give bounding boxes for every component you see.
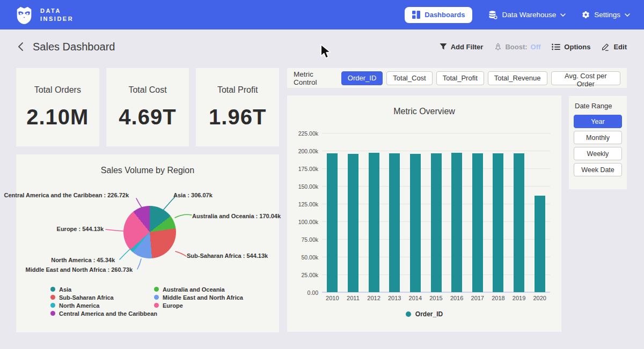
metric-control-bar: Metric Control Order_ID Total_Cost Total… xyxy=(287,68,627,88)
x-tick-label: 2019 xyxy=(509,295,530,301)
date-button-year[interactable]: Year xyxy=(574,115,622,128)
nav-right: Dashboards Data Warehouse xyxy=(405,7,630,23)
bar-2012[interactable] xyxy=(369,153,379,292)
bar-2013[interactable] xyxy=(389,153,400,292)
legend-dot xyxy=(50,287,55,292)
boost-toggle[interactable]: Boost: Off xyxy=(494,43,540,51)
pie-legend-item[interactable]: Sub-Saharan Africa xyxy=(50,293,157,301)
y-tick-label: 225.00k xyxy=(298,130,318,137)
rocket-icon xyxy=(494,43,502,51)
edit-label: Edit xyxy=(613,43,627,51)
legend-dot xyxy=(50,311,55,316)
settings-menu[interactable]: Settings xyxy=(582,11,630,19)
x-tick-label: 2017 xyxy=(467,295,488,301)
pie-legend-item[interactable]: Central America and the Caribbean xyxy=(50,309,157,317)
bar-legend-dot xyxy=(406,311,411,317)
kpi-label: Total Cost xyxy=(128,85,166,95)
options-button[interactable]: Options xyxy=(552,43,590,51)
legend-label: Central America and the Caribbean xyxy=(59,310,157,317)
metric-button-order-id[interactable]: Order_ID xyxy=(341,71,383,85)
y-tick-label: 0.00 xyxy=(308,289,318,296)
gear-icon xyxy=(582,11,590,19)
dashboards-label: Dashboards xyxy=(425,11,465,19)
date-button-weekly[interactable]: Weekly xyxy=(574,147,622,160)
metric-button-total-profit[interactable]: Total_Profit xyxy=(436,71,484,85)
pie-chart-panel: Sales Volume by Region Asia : 306.07k Au… xyxy=(16,154,279,332)
bar-yticks: 225.00k200.00k175.00k150.00k125.00k100.0… xyxy=(287,133,318,292)
kpi-label: Total Profit xyxy=(217,85,258,95)
add-filter-label: Add Filter xyxy=(451,43,484,51)
x-tick-label: 2018 xyxy=(488,295,509,301)
x-tick-label: 2012 xyxy=(363,295,384,301)
boost-label: Boost: xyxy=(505,43,527,51)
bar-2018[interactable] xyxy=(493,153,503,292)
bar-2014[interactable] xyxy=(410,154,421,292)
legend-label: Australia and Oceania xyxy=(163,286,225,293)
pie-label-europe: Europe : 544.13k xyxy=(57,226,104,232)
metric-button-total-revenue[interactable]: Total_Revenue xyxy=(488,71,547,85)
edit-pencil-icon xyxy=(602,43,610,51)
legend-label: Europe xyxy=(163,302,183,309)
options-list-icon xyxy=(552,43,560,50)
pie-label-sub-saharan-africa: Sub-Saharan Africa : 544.13k xyxy=(187,253,268,259)
pie-legend-item[interactable]: Australia and Oceania xyxy=(154,285,243,293)
legend-label: Asia xyxy=(59,286,71,293)
y-tick-label: 50.00k xyxy=(301,254,318,261)
pie-legend-item[interactable]: Europe xyxy=(154,301,243,309)
bar-2015[interactable] xyxy=(431,153,442,292)
page: DATA INSIDER Dashboards D xyxy=(0,0,644,349)
date-button-monthly[interactable]: Monthly xyxy=(574,131,622,144)
bar-2020[interactable] xyxy=(535,196,545,292)
pie[interactable] xyxy=(123,206,176,258)
bar-chart-title: Metric Overview xyxy=(287,107,561,116)
date-range-panel: Date Range Year Monthly Weekly Week Date xyxy=(569,96,627,189)
bar-2011[interactable] xyxy=(348,154,358,292)
legend-dot xyxy=(154,303,159,308)
brand: DATA INSIDER xyxy=(14,5,74,25)
bar-2010[interactable] xyxy=(327,153,338,292)
bar-bars xyxy=(322,133,550,292)
pie-legend-item[interactable]: Asia xyxy=(50,285,157,293)
legend-dot xyxy=(154,287,159,292)
metric-button-total-cost[interactable]: Total_Cost xyxy=(386,71,432,85)
add-filter-button[interactable]: Add Filter xyxy=(440,43,484,51)
page-title: Sales Dashboard xyxy=(33,41,115,53)
bar-2017[interactable] xyxy=(472,153,483,292)
database-icon xyxy=(488,11,497,19)
x-tick-label: 2010 xyxy=(322,295,343,301)
metric-button-avg-cost-per-order[interactable]: Avg. Cost per Order xyxy=(551,71,621,85)
metric-control-label: Metric Control xyxy=(294,70,335,86)
dashboards-button[interactable]: Dashboards xyxy=(405,7,472,23)
y-tick-label: 175.00k xyxy=(298,166,318,172)
legend-label: Middle East and North Africa xyxy=(163,294,243,301)
pie-legend-col-2: Australia and OceaniaMiddle East and Nor… xyxy=(154,285,243,309)
pie-connector-3 xyxy=(137,259,141,269)
x-tick-label: 2016 xyxy=(447,295,467,301)
bar-2019[interactable] xyxy=(514,153,524,292)
dashboards-grid-icon xyxy=(412,11,420,19)
pie-label-central-america-and-the-caribbean: Central America and the Caribbean : 226.… xyxy=(4,192,129,198)
kpi-value: 4.69T xyxy=(119,105,176,129)
kpi-card-total-profit: Total Profit 1.96T xyxy=(196,68,279,146)
pie-label-asia: Asia : 306.07k xyxy=(173,192,213,198)
kpi-row: Total Orders 2.10M Total Cost 4.69T Tota… xyxy=(16,68,279,146)
owl-logo-icon xyxy=(14,5,34,25)
x-tick-label: 2014 xyxy=(405,295,426,301)
options-label: Options xyxy=(564,43,590,51)
bar-2016[interactable] xyxy=(451,153,462,292)
kpi-value: 1.96T xyxy=(209,105,266,129)
x-tick-label: 2020 xyxy=(529,295,550,301)
data-warehouse-menu[interactable]: Data Warehouse xyxy=(488,11,566,19)
edit-button[interactable]: Edit xyxy=(602,43,627,51)
date-button-week-date[interactable]: Week Date xyxy=(574,163,622,176)
boost-value: Off xyxy=(531,43,541,51)
pie-connector-5 xyxy=(106,229,123,231)
back-button[interactable] xyxy=(17,42,24,51)
settings-label: Settings xyxy=(594,11,620,19)
kpi-label: Total Orders xyxy=(34,85,81,95)
pie-label-middle-east-and-north-africa: Middle East and North Africa : 260.73k xyxy=(26,266,133,273)
pie-legend-item[interactable]: North America xyxy=(50,301,157,309)
pie-legend-item[interactable]: Middle East and North Africa xyxy=(154,293,243,301)
chevron-down-icon xyxy=(560,13,566,17)
pie-connector-4 xyxy=(120,249,130,259)
